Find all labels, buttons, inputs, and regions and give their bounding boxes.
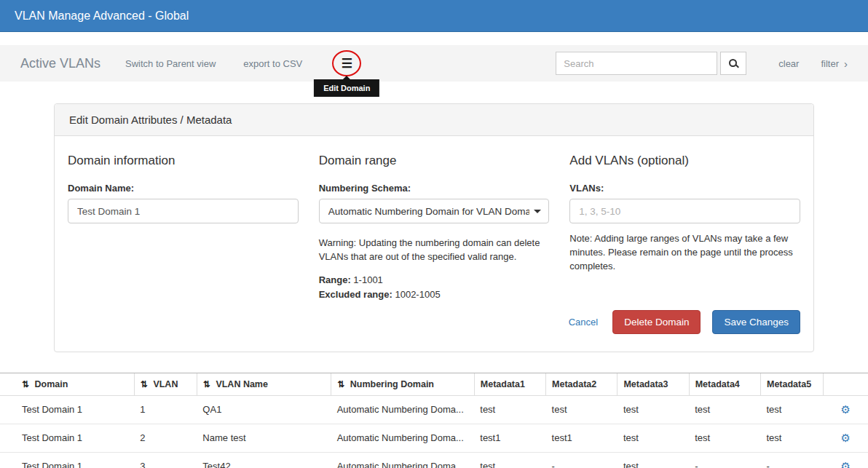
domain-information-column: Domain information Domain Name:: [68, 146, 299, 300]
domain-name-input[interactable]: [68, 199, 299, 223]
cell-metadata5: test: [760, 395, 823, 424]
column-header-vlan[interactable]: ⇅ VLAN: [134, 373, 197, 395]
domain-name-label: Domain Name:: [68, 183, 299, 194]
switch-parent-view-link[interactable]: Switch to Parent view: [125, 58, 216, 69]
column-header-metadata5: Metadata5: [760, 373, 823, 395]
gear-icon[interactable]: ⚙: [841, 460, 851, 468]
numbering-schema-label: Numbering Schema:: [319, 183, 550, 194]
vlans-table-container: ⇅ Domain ⇅ VLAN ⇅ VLAN Name ⇅ Numbering …: [0, 373, 868, 468]
toolbar: Active VLANs Switch to Parent view expor…: [0, 45, 868, 82]
section-title: Active VLANs: [20, 56, 100, 71]
panel-title: Edit Domain Attributes / Metadata: [55, 104, 813, 136]
cell-metadata2: -: [546, 452, 618, 468]
sort-icon: ⇅: [203, 379, 210, 389]
domain-range-column: Domain range Numbering Schema: Automatic…: [319, 146, 550, 300]
add-vlans-column: Add VLANs (optional) VLANs: Note: Adding…: [569, 146, 800, 300]
panel-actions: Cancel Delete Domain Save Changes: [68, 310, 800, 334]
gear-icon[interactable]: ⚙: [841, 403, 851, 416]
column-header-metadata2: Metadata2: [546, 373, 618, 395]
domain-range-heading: Domain range: [319, 154, 550, 168]
panel-body: Domain information Domain Name: Domain r…: [55, 136, 813, 352]
sort-icon: ⇅: [141, 379, 148, 389]
vlans-table: ⇅ Domain ⇅ VLAN ⇅ VLAN Name ⇅ Numbering …: [0, 373, 868, 468]
cell-metadata1: test: [474, 395, 545, 424]
cell-metadata4: -: [689, 452, 760, 468]
vlans-input[interactable]: [569, 199, 800, 223]
cell-metadata3: test: [618, 395, 689, 424]
sort-icon: ⇅: [22, 379, 29, 389]
delete-domain-button[interactable]: Delete Domain: [612, 310, 701, 334]
save-changes-button[interactable]: Save Changes: [712, 310, 800, 334]
cell-metadata2: test1: [546, 424, 618, 452]
numbering-schema-value: Automatic Numbering Domain for VLAN Doma: [328, 206, 530, 217]
cell-vlan: 3: [134, 452, 197, 468]
cancel-button[interactable]: Cancel: [569, 317, 598, 328]
page-title: VLAN Manage Advanced - Global: [15, 9, 189, 23]
row-actions-cell: ⚙: [823, 424, 868, 452]
edit-domain-menu-button[interactable]: ☰ Edit Domain: [334, 52, 359, 74]
excluded-range-line: Excluded range: 1002-1005: [319, 289, 550, 300]
row-actions-cell: ⚙: [823, 395, 868, 424]
cell-numbering-domain: Automatic Numbering Doma...: [331, 424, 475, 452]
cell-vlan-name: QA1: [197, 395, 331, 424]
filter-label: filter: [821, 58, 839, 69]
gear-icon[interactable]: ⚙: [841, 432, 851, 444]
cell-metadata1: test1: [474, 424, 545, 452]
cell-vlan: 1: [134, 395, 197, 424]
domain-information-heading: Domain information: [68, 154, 299, 168]
cell-metadata3: test: [618, 452, 689, 468]
search-button[interactable]: [720, 52, 746, 75]
menu-icon: ☰: [342, 57, 352, 70]
column-header-vlan-name[interactable]: ⇅ VLAN Name: [197, 373, 331, 395]
cell-domain: Test Domain 1: [0, 452, 134, 468]
cell-domain: Test Domain 1: [0, 424, 134, 452]
column-header-label: VLAN Name: [216, 379, 268, 389]
export-csv-link[interactable]: export to CSV: [243, 58, 302, 69]
chevron-right-icon: ›: [844, 58, 848, 69]
row-actions-cell: ⚙: [823, 452, 868, 468]
cell-domain: Test Domain 1: [0, 395, 134, 424]
column-header-metadata1: Metadata1: [474, 373, 545, 395]
range-label: Range:: [319, 274, 351, 285]
cell-numbering-domain: Automatic Numbering Doma...: [331, 452, 475, 468]
numbering-schema-select[interactable]: Automatic Numbering Domain for VLAN Doma: [319, 199, 550, 223]
edit-domain-panel: Edit Domain Attributes / Metadata Domain…: [54, 103, 814, 352]
search-icon: [728, 58, 739, 69]
clear-link[interactable]: clear: [778, 58, 799, 69]
cell-metadata2: test: [546, 395, 618, 424]
sort-icon: ⇅: [337, 379, 344, 389]
filter-link[interactable]: filter ›: [821, 58, 848, 69]
table-row: Test Domain 1 2 Name test Automatic Numb…: [0, 424, 868, 452]
cell-vlan-name: Test42: [197, 452, 331, 468]
column-header-numbering-domain[interactable]: ⇅ Numbering Domain: [331, 373, 475, 395]
cell-metadata5: -: [760, 452, 823, 468]
range-line: Range: 1-1001: [319, 274, 550, 285]
column-header-domain[interactable]: ⇅ Domain: [0, 373, 134, 395]
edit-domain-tooltip: Edit Domain: [314, 79, 379, 97]
table-header-row: ⇅ Domain ⇅ VLAN ⇅ VLAN Name ⇅ Numbering …: [0, 373, 868, 395]
column-header-label: VLAN: [153, 379, 178, 389]
vlans-label: VLANs:: [569, 183, 800, 194]
add-vlans-heading: Add VLANs (optional): [569, 154, 800, 168]
cell-metadata4: test: [689, 395, 760, 424]
search-input[interactable]: [556, 52, 717, 75]
table-row: Test Domain 1 3 Test42 Automatic Numberi…: [0, 452, 868, 468]
cell-metadata3: test: [618, 424, 689, 452]
excluded-range-value: 1002-1005: [395, 289, 440, 300]
cell-vlan-name: Name test: [197, 424, 331, 452]
app-header: VLAN Manage Advanced - Global: [0, 0, 868, 32]
cell-numbering-domain: Automatic Numbering Doma...: [331, 395, 475, 424]
caret-down-icon: [534, 210, 541, 213]
table-row: Test Domain 1 1 QA1 Automatic Numbering …: [0, 395, 868, 424]
cell-metadata4: test: [689, 424, 760, 452]
range-value: 1-1001: [353, 274, 382, 285]
column-header-actions: [823, 373, 868, 395]
schema-warning-text: Warning: Updating the numbering domain c…: [319, 237, 550, 264]
search-group: [556, 52, 746, 75]
column-header-label: Numbering Domain: [350, 379, 434, 389]
vlans-note-text: Note: Adding large ranges of VLANs may t…: [569, 232, 800, 274]
column-header-metadata4: Metadata4: [689, 373, 760, 395]
excluded-range-label: Excluded range:: [319, 289, 392, 300]
cell-vlan: 2: [134, 424, 197, 452]
column-header-label: Domain: [35, 379, 68, 389]
